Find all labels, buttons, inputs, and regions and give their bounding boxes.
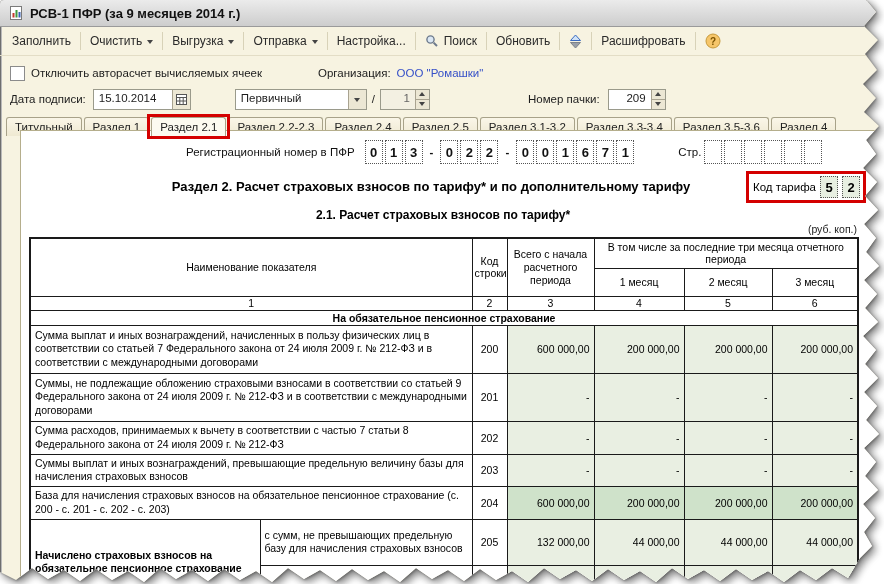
pack-number-spinner[interactable]: 209 bbox=[608, 89, 666, 110]
value-cell[interactable]: 200 000,00 bbox=[684, 486, 772, 519]
value-cell[interactable]: 44 000,00 bbox=[594, 519, 684, 565]
row-name: Суммы выплат и иных вознаграждений, прев… bbox=[30, 454, 472, 486]
combo-dropdown-button[interactable] bbox=[348, 90, 366, 109]
value-cell[interactable]: 200 000,00 bbox=[594, 486, 684, 519]
header-month-3: 3 месяц bbox=[772, 268, 858, 296]
toolbar-separator bbox=[243, 32, 244, 50]
chevron-down-icon bbox=[354, 98, 360, 102]
value-cell[interactable]: - bbox=[507, 373, 594, 421]
toolbar-separator bbox=[415, 32, 416, 50]
tariff-digit-cell[interactable]: 2 bbox=[842, 176, 860, 198]
value-cell[interactable] bbox=[594, 565, 684, 584]
value-cell[interactable]: - bbox=[507, 454, 594, 486]
page-cells bbox=[704, 140, 822, 164]
sort-arrows-icon bbox=[569, 34, 582, 49]
table-row: Сумма выплат и иных вознаграждений, начи… bbox=[30, 325, 858, 373]
decode-button[interactable]: Расшифровать bbox=[593, 30, 693, 52]
value-cell[interactable]: - bbox=[684, 454, 772, 486]
value-cell[interactable]: - bbox=[594, 421, 684, 454]
options-row: Отключить авторасчет вычисляемых ячеек О… bbox=[0, 60, 884, 86]
autocalc-checkbox[interactable] bbox=[10, 66, 25, 81]
value-cell[interactable]: - bbox=[772, 373, 858, 421]
header-last3: В том числе за последние три месяца отче… bbox=[594, 238, 858, 268]
chevron-down-icon bbox=[228, 40, 234, 44]
row-code bbox=[472, 565, 507, 584]
row-name: Сумма выплат и иных вознаграждений, начи… bbox=[30, 325, 472, 373]
sign-date-field[interactable]: 15.10.2014 bbox=[93, 89, 191, 110]
value-cell[interactable]: - bbox=[684, 421, 772, 454]
help-button[interactable]: ? bbox=[697, 29, 729, 53]
report-window: РСВ-1 ПФР (за 9 месяцев 2014 г.) Заполни… bbox=[0, 0, 884, 584]
value-cell[interactable]: 132 000,00 bbox=[507, 519, 594, 565]
value-cell[interactable]: - bbox=[772, 454, 858, 486]
settings-button[interactable]: Настройка... bbox=[329, 30, 414, 52]
export-button[interactable]: Выгрузка bbox=[164, 30, 242, 52]
header-month-1: 1 месяц bbox=[594, 268, 684, 296]
toolbar-separator bbox=[80, 32, 81, 50]
value-cell[interactable]: 200 000,00 bbox=[684, 325, 772, 373]
toolbar-separator bbox=[486, 32, 487, 50]
toolbar-separator bbox=[162, 32, 163, 50]
refresh-button[interactable]: Обновить bbox=[488, 30, 558, 52]
clear-button[interactable]: Очистить bbox=[82, 30, 161, 52]
value-cell[interactable] bbox=[684, 565, 772, 584]
pack-number-label: Номер пачки: bbox=[528, 93, 600, 105]
correction-type-combo[interactable]: Первичный bbox=[235, 89, 367, 110]
registration-row: Регистрационный номер в ПФР 0 1 3 - 0 2 … bbox=[186, 140, 884, 164]
calendar-button[interactable] bbox=[172, 90, 190, 109]
value-cell[interactable]: - bbox=[594, 373, 684, 421]
tab-razdel-2-1[interactable]: Раздел 2.1 bbox=[151, 117, 226, 136]
toolbar-separator bbox=[591, 32, 592, 50]
row-code: 201 bbox=[472, 373, 507, 421]
registration-label: Регистрационный номер в ПФР bbox=[186, 146, 355, 158]
value-cell[interactable]: - bbox=[507, 421, 594, 454]
send-button[interactable]: Отправка bbox=[245, 30, 325, 52]
search-button[interactable]: Поиск bbox=[417, 30, 485, 52]
value-cell[interactable] bbox=[772, 565, 858, 584]
form-panel: Регистрационный номер в ПФР 0 1 3 - 0 2 … bbox=[20, 130, 884, 584]
section-title: Раздел 2. Расчет страховых взносов по та… bbox=[81, 173, 781, 194]
spinner-buttons[interactable] bbox=[651, 90, 665, 109]
fill-button[interactable]: Заполнить bbox=[4, 30, 79, 52]
units-note: (руб. коп.) bbox=[29, 223, 857, 235]
value-cell[interactable]: - bbox=[684, 373, 772, 421]
row-code: 204 bbox=[472, 486, 507, 519]
tariff-code-label: Код тарифа bbox=[753, 181, 816, 193]
value-cell[interactable]: 200 000,00 bbox=[772, 325, 858, 373]
annotation-red-frame-tariff: Код тарифа 5 2 bbox=[746, 171, 866, 203]
calendar-icon bbox=[176, 94, 187, 105]
table-row: Суммы выплат и иных вознаграждений, прев… bbox=[30, 454, 858, 486]
screenshot: РСВ-1 ПФР (за 9 месяцев 2014 г.) Заполни… bbox=[0, 0, 884, 584]
sort-button[interactable] bbox=[561, 30, 590, 53]
value-cell[interactable]: 600 000,00 bbox=[507, 486, 594, 519]
value-cell[interactable]: - bbox=[772, 421, 858, 454]
value-cell[interactable]: 200 000,00 bbox=[772, 486, 858, 519]
row-name: Сумма расходов, принимаемых к вычету в с… bbox=[30, 421, 472, 454]
table-row: Суммы, не подлежащие обложению страховым… bbox=[30, 373, 858, 421]
svg-text:?: ? bbox=[710, 36, 716, 47]
spinner-buttons bbox=[415, 90, 429, 109]
toolbar-separator bbox=[695, 32, 696, 50]
table-header-row: Наименование показателя Код строки Всего… bbox=[30, 238, 858, 268]
value-cell[interactable]: 200 000,00 bbox=[594, 325, 684, 373]
row-group-name: Начислено страховых взносов на обязатель… bbox=[30, 519, 260, 584]
slash-separator: / bbox=[372, 93, 375, 105]
row-code: 205 bbox=[472, 519, 507, 565]
value-cell[interactable]: - bbox=[594, 454, 684, 486]
toolbar-separator bbox=[559, 32, 560, 50]
value-cell[interactable]: 44 000,00 bbox=[772, 519, 858, 565]
row-name: База для начисления страховых взносов на… bbox=[30, 486, 472, 519]
tariff-digit-cell[interactable]: 5 bbox=[820, 176, 838, 198]
value-cell[interactable]: 600 000,00 bbox=[507, 325, 594, 373]
organization-label: Организация: bbox=[318, 67, 391, 79]
organization-link[interactable]: ООО "Ромашки" bbox=[397, 67, 484, 79]
help-icon: ? bbox=[705, 33, 721, 49]
toolbar-separator bbox=[327, 32, 328, 50]
value-cell[interactable]: 44 000,00 bbox=[684, 519, 772, 565]
row-subname: с сумм, превышающих предельную bbox=[260, 565, 472, 584]
header-name: Наименование показателя bbox=[30, 238, 472, 296]
value-cell[interactable] bbox=[507, 565, 594, 584]
header-code: Код строки bbox=[472, 238, 507, 296]
chevron-down-icon bbox=[147, 40, 153, 44]
report-icon bbox=[9, 5, 24, 21]
